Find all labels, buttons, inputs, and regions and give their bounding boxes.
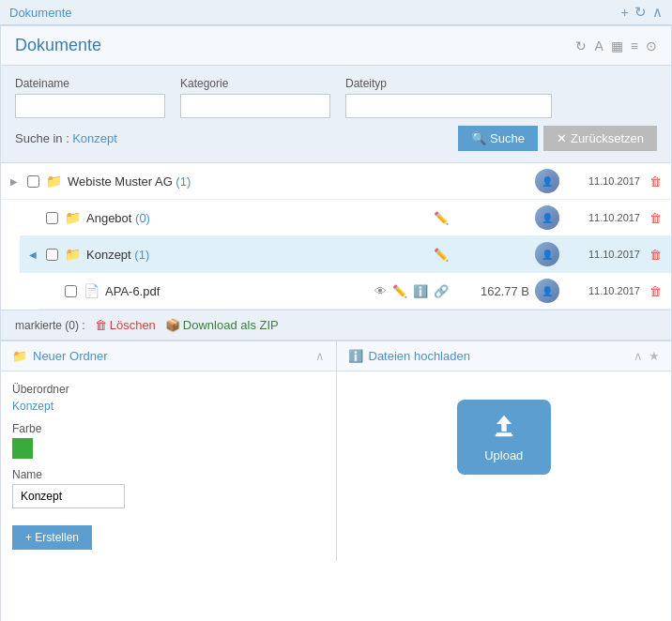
upload-header: ℹ️ Dateien hochladen ∧ ★ [337, 341, 672, 371]
file-name: Konzept (1) [86, 248, 428, 262]
view-icon[interactable]: 👁 [374, 284, 387, 298]
search-in-link[interactable]: Konzept [72, 131, 117, 145]
new-folder-body: Überordner Konzept Farbe Name + Erstelle… [1, 371, 336, 561]
name-field: Name [12, 468, 325, 508]
refresh-icon[interactable]: ↻ [634, 4, 647, 21]
dateityp-input[interactable] [345, 94, 552, 118]
color-swatch[interactable] [12, 438, 33, 459]
search-icon: 🔍 [471, 131, 486, 145]
ueberordner-label: Überordner [12, 383, 325, 396]
pdf-icon: 📄 [83, 283, 99, 298]
row-checkbox[interactable] [46, 249, 58, 261]
table-row: ▶ 📄 APA-6.pdf 👁 ✏️ ℹ️ 🔗 162.77 B 👤 11.10… [38, 273, 671, 310]
bottom-actions-bar: markierte (0) : 🗑 Löschen 📦 Download als… [1, 310, 671, 341]
x-icon: ✕ [557, 131, 567, 145]
circle-icon[interactable]: ⊙ [646, 38, 657, 53]
folder-red-icon: 📁 [64, 210, 81, 225]
upload-icon [489, 413, 519, 443]
ueberordner-link[interactable]: Konzept [12, 400, 53, 413]
new-folder-header: 📁 Neuer Ordner ∧ [1, 341, 336, 371]
file-count: (1) [134, 248, 149, 262]
search-button[interactable]: 🔍 Suche [458, 126, 538, 151]
file-date: 11.10.2017 [565, 285, 640, 296]
file-row-actions: ✏️ [434, 211, 449, 225]
dateityp-label: Dateityp [345, 77, 552, 90]
farbe-field: Farbe [12, 422, 325, 459]
tab-bar: Dokumente + ↻ ∧ [0, 0, 672, 25]
upload-up-icon[interactable]: ∧ [634, 349, 643, 363]
upload-header-actions: ∧ ★ [634, 349, 660, 363]
filter-actions: Suche in : Konzept 🔍 Suche ✕ Zurücksetze… [15, 126, 657, 151]
new-folder-header-actions: ∧ [315, 349, 325, 363]
file-name: Angebot (0) [86, 211, 428, 225]
marked-label: markierte (0) : [15, 319, 85, 332]
file-name: APA-6.pdf [105, 284, 369, 298]
upload-star-icon[interactable]: ★ [649, 349, 660, 363]
delete-icon[interactable]: 🗑 [649, 284, 662, 298]
up-arrow-icon[interactable]: ∧ [315, 349, 325, 363]
filter-row: Dateiname Kategorie Dateityp [15, 77, 657, 118]
new-folder-panel: 📁 Neuer Ordner ∧ Überordner Konzept Farb… [1, 341, 337, 561]
file-date: 11.10.2017 [565, 212, 640, 223]
kategorie-input[interactable] [180, 94, 330, 118]
search-btn-group: 🔍 Suche ✕ Zurücksetzen [458, 126, 657, 151]
filter-area: Dateiname Kategorie Dateityp Suche in : … [1, 66, 671, 163]
delete-marked-button[interactable]: 🗑 Löschen [95, 318, 156, 332]
download-zip-button[interactable]: 📦 Download als ZIP [165, 318, 279, 332]
file-count: (0) [135, 211, 150, 225]
tab-actions: + ↻ ∧ [620, 4, 663, 21]
row-checkbox[interactable] [46, 212, 58, 224]
upload-button[interactable]: Upload [457, 400, 551, 475]
link-icon[interactable]: 🔗 [434, 284, 449, 298]
svg-rect-0 [495, 433, 512, 436]
toggle-arrow-icon[interactable]: ▶ [10, 176, 22, 187]
file-size: 162.77 B [454, 284, 529, 298]
row-checkbox[interactable] [65, 285, 77, 297]
list-icon[interactable]: ≡ [631, 38, 638, 53]
folder-name-input[interactable] [12, 484, 125, 508]
text-icon[interactable]: A [594, 38, 603, 53]
dateiname-field: Dateiname [15, 77, 165, 118]
file-row-actions: ✏️ [434, 248, 449, 262]
upload-body: Upload [337, 371, 672, 503]
upload-title: ℹ️ Dateien hochladen [348, 349, 470, 363]
upload-header-icon: ℹ️ [348, 349, 363, 363]
dateiname-input[interactable] [15, 94, 165, 118]
toggle-arrow-icon[interactable]: ◀ [29, 250, 40, 260]
panel-title: Dokumente [15, 36, 101, 55]
refresh-header-icon[interactable]: ↻ [575, 38, 587, 53]
dateityp-field: Dateityp [345, 77, 552, 118]
ueberordner-field: Überordner Konzept [12, 383, 325, 413]
panel-header: Dokumente ↻ A ▦ ≡ ⊙ [1, 26, 671, 66]
upload-panel: ℹ️ Dateien hochladen ∧ ★ Upload [337, 341, 672, 561]
folder-icon: 📁 [45, 174, 62, 189]
reset-button[interactable]: ✕ Zurücksetzen [543, 126, 657, 151]
avatar: 👤 [535, 242, 559, 266]
trash-icon: 🗑 [95, 318, 107, 332]
edit-icon[interactable]: ✏️ [434, 211, 449, 225]
kategorie-label: Kategorie [180, 77, 330, 90]
grid-icon[interactable]: ▦ [611, 38, 623, 53]
table-row: ▶ 📁 Angebot (0) ✏️ 👤 11.10.2017 🗑 [20, 200, 671, 236]
file-count: (1) [176, 174, 191, 189]
file-row-actions: 👁 ✏️ ℹ️ 🔗 [374, 284, 449, 298]
folder-new-icon: 📁 [12, 349, 27, 363]
new-folder-title: 📁 Neuer Ordner [12, 349, 107, 363]
table-row: ▶ 📁 Webiste Muster AG (1) 👤 11.10.2017 🗑 [1, 163, 671, 200]
add-icon[interactable]: + [620, 4, 629, 21]
delete-icon[interactable]: 🗑 [649, 211, 662, 225]
create-button[interactable]: + Erstellen [12, 525, 92, 550]
delete-icon[interactable]: 🗑 [649, 248, 662, 262]
file-date: 11.10.2017 [565, 249, 640, 260]
file-name: Webiste Muster AG (1) [68, 174, 443, 189]
delete-icon[interactable]: 🗑 [649, 174, 662, 189]
edit-icon[interactable]: ✏️ [434, 248, 449, 262]
row-checkbox[interactable] [27, 175, 39, 188]
file-list: ▶ 📁 Webiste Muster AG (1) 👤 11.10.2017 🗑… [1, 163, 671, 310]
edit-icon[interactable]: ✏️ [392, 284, 407, 298]
search-in: Suche in : Konzept [15, 131, 117, 145]
info-icon[interactable]: ℹ️ [413, 284, 428, 298]
avatar: 👤 [535, 279, 559, 303]
collapse-icon[interactable]: ∧ [652, 4, 663, 21]
tab-title: Dokumente [9, 6, 71, 20]
